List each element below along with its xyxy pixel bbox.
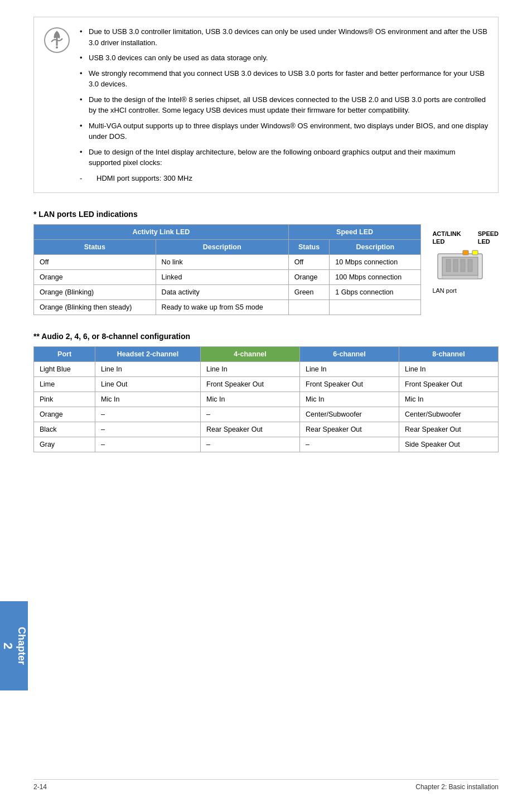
audio-port-3: Pink <box>34 392 95 407</box>
audio-8ch-1: Line In <box>399 362 499 377</box>
svg-rect-9 <box>468 259 472 272</box>
audio-port-1: Light Blue <box>34 362 95 377</box>
table-row: Gray – – – Side Speaker Out <box>34 437 499 452</box>
lan-speed-desc-3: 1 Gbps connection <box>330 285 421 300</box>
table-row: Orange (Blinking) Data activity Green 1 … <box>34 285 421 300</box>
table-row: Orange – – Center/Subwoofer Center/Subwo… <box>34 407 499 422</box>
footer-chapter-title: Chapter 2: Basic installation <box>415 783 499 791</box>
audio-6ch-3: Mic In <box>300 392 399 407</box>
notice-item-2: USB 3.0 devices can only be used as data… <box>80 50 489 66</box>
lan-speed-desc-1: 10 Mbps connection <box>330 255 421 270</box>
lan-status-4: Orange (Blinking then steady) <box>34 300 156 315</box>
audio-6ch-5: Rear Speaker Out <box>300 422 399 437</box>
chapter-label-line2: 2 <box>1 627 15 665</box>
notice-icon <box>43 26 71 54</box>
audio-6ch-1: Line In <box>300 362 399 377</box>
table-row: Lime Line Out Front Speaker Out Front Sp… <box>34 377 499 392</box>
audio-4ch-header: 4-channel <box>201 347 300 362</box>
table-row: Pink Mic In Mic In Mic In Mic In <box>34 392 499 407</box>
chapter-label-line1: Chapter <box>16 627 27 665</box>
speed-led-header: Speed LED <box>288 225 421 240</box>
audio-2ch-6: – <box>95 437 201 452</box>
lan-status-3: Orange (Blinking) <box>34 285 156 300</box>
activity-link-header: Activity Link LED <box>34 225 289 240</box>
audio-4ch-3: Mic In <box>201 392 300 407</box>
lan-desc-3: Data activity <box>156 285 288 300</box>
lan-port-label: LAN port <box>432 287 456 294</box>
audio-4ch-6: – <box>201 437 300 452</box>
lan-status-2: Orange <box>34 270 156 285</box>
page-container: Due to USB 3.0 controller limitation, US… <box>0 0 532 802</box>
audio-4ch-1: Line In <box>201 362 300 377</box>
svg-rect-8 <box>461 259 465 272</box>
footer-page-number: 2-14 <box>33 783 47 791</box>
notice-sub-item-1: HDMI port supports: 300 MHz <box>80 171 489 186</box>
audio-port-2: Lime <box>34 377 95 392</box>
table-row: Orange Linked Orange 100 Mbps connection <box>34 270 421 285</box>
audio-4ch-2: Front Speaker Out <box>201 377 300 392</box>
lan-desc-2: Linked <box>156 270 288 285</box>
audio-8ch-5: Rear Speaker Out <box>399 422 499 437</box>
status-header-1: Status <box>34 240 156 255</box>
audio-8ch-4: Center/Subwoofer <box>399 407 499 422</box>
audio-6ch-2: Front Speaker Out <box>300 377 399 392</box>
page-footer: 2-14 Chapter 2: Basic installation <box>33 779 499 791</box>
notice-item-5: Multi-VGA output supports up to three di… <box>80 118 489 144</box>
audio-headset-header: Headset 2-channel <box>95 347 201 362</box>
audio-6ch-4: Center/Subwoofer <box>300 407 399 422</box>
lan-speed-status-2: Orange <box>288 270 330 285</box>
table-row: Light Blue Line In Line In Line In Line … <box>34 362 499 377</box>
svg-rect-10 <box>442 276 478 279</box>
lan-port-svg <box>432 248 488 287</box>
audio-section: ** Audio 2, 4, 6, or 8-channel configura… <box>33 332 499 452</box>
audio-2ch-5: – <box>95 422 201 437</box>
lan-speed-desc-2: 100 Mbps connection <box>330 270 421 285</box>
lan-status-1: Off <box>34 255 156 270</box>
notice-item-1: Due to USB 3.0 controller limitation, US… <box>80 24 489 50</box>
table-row: Orange (Blinking then steady) Ready to w… <box>34 300 421 315</box>
svg-rect-7 <box>453 259 458 272</box>
notice-item-3: We strongly recommend that you connect U… <box>80 66 489 92</box>
svg-rect-5 <box>472 250 478 255</box>
lan-table: Activity Link LED Speed LED Status Descr… <box>33 224 421 315</box>
audio-2ch-4: – <box>95 407 201 422</box>
notice-content: Due to USB 3.0 controller limitation, US… <box>80 24 489 186</box>
lan-table-wrapper: Activity Link LED Speed LED Status Descr… <box>33 224 499 315</box>
audio-6ch-header: 6-channel <box>300 347 399 362</box>
audio-4ch-4: – <box>201 407 300 422</box>
lan-speed-status-1: Off <box>288 255 330 270</box>
audio-port-6: Gray <box>34 437 95 452</box>
description-header-1: Description <box>156 240 288 255</box>
description-header-2: Description <box>330 240 421 255</box>
table-row: Off No link Off 10 Mbps connection <box>34 255 421 270</box>
audio-2ch-2: Line Out <box>95 377 201 392</box>
status-header-2: Status <box>288 240 330 255</box>
lan-desc-4: Ready to wake up from S5 mode <box>156 300 288 315</box>
act-link-label: ACT/LINKLED <box>432 230 461 246</box>
audio-port-header: Port <box>34 347 95 362</box>
svg-point-1 <box>56 46 58 49</box>
svg-rect-6 <box>446 259 451 272</box>
lan-speed-status-4 <box>288 300 330 315</box>
speed-label: SPEEDLED <box>478 230 499 246</box>
lan-section: * LAN ports LED indications Activity Lin… <box>33 210 499 315</box>
audio-port-4: Orange <box>34 407 95 422</box>
lan-speed-desc-4 <box>330 300 421 315</box>
lan-speed-status-3: Green <box>288 285 330 300</box>
audio-8ch-header: 8-channel <box>399 347 499 362</box>
notice-list: Due to USB 3.0 controller limitation, US… <box>80 24 489 186</box>
audio-port-5: Black <box>34 422 95 437</box>
audio-6ch-6: – <box>300 437 399 452</box>
audio-8ch-2: Front Speaker Out <box>399 377 499 392</box>
chapter-sidebar: Chapter 2 <box>0 601 28 690</box>
audio-8ch-3: Mic In <box>399 392 499 407</box>
lan-desc-1: No link <box>156 255 288 270</box>
audio-2ch-3: Mic In <box>95 392 201 407</box>
audio-4ch-5: Rear Speaker Out <box>201 422 300 437</box>
notice-box: Due to USB 3.0 controller limitation, US… <box>33 17 499 193</box>
svg-rect-4 <box>463 250 468 255</box>
lan-diagram: ACT/LINKLED SPEEDLED <box>432 230 499 294</box>
audio-8ch-6: Side Speaker Out <box>399 437 499 452</box>
lan-heading: * LAN ports LED indications <box>33 210 499 219</box>
audio-heading: ** Audio 2, 4, 6, or 8-channel configura… <box>33 332 499 341</box>
